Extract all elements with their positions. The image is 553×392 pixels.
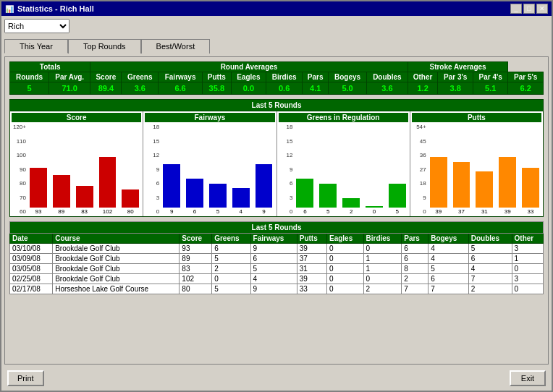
table-cell: 2 xyxy=(212,264,250,274)
score-chart-label: Score xyxy=(12,113,141,122)
bar xyxy=(499,157,516,208)
bar xyxy=(366,206,383,208)
bar-wrapper: 9 xyxy=(253,164,275,215)
bar xyxy=(53,175,70,208)
table-cell: 2 xyxy=(468,284,512,294)
greens-chart: Greens in Regulation 1815129630 65205 xyxy=(277,111,410,216)
bar xyxy=(453,162,470,208)
bar-label: 102 xyxy=(103,208,112,215)
val-par3: 3.8 xyxy=(438,82,473,95)
table-cell: 89 xyxy=(180,254,212,264)
last5-col-doubles: Doubles xyxy=(468,234,512,244)
bar-label: 0 xyxy=(373,208,376,215)
table-row: 02/17/08Horseshoe Lake Golf Course805933… xyxy=(10,284,544,294)
val-putts: 35.8 xyxy=(202,82,231,95)
val-par4: 5.1 xyxy=(473,82,507,95)
val-pars: 4.1 xyxy=(303,82,329,95)
bar-label: 93 xyxy=(35,208,41,215)
bar-label: 31 xyxy=(481,208,488,215)
tab-this-year[interactable]: This Year xyxy=(4,39,68,54)
bar-label: 5 xyxy=(396,208,399,215)
title-bar: 📊 Statistics - Rich Hall _ □ ✕ xyxy=(1,1,552,16)
table-cell: 9 xyxy=(250,244,297,254)
table-cell: 8 xyxy=(402,264,429,274)
val-fairways: 6.6 xyxy=(159,82,203,95)
table-cell: 6 xyxy=(250,254,297,264)
table-cell: 6 xyxy=(468,254,512,264)
score-y-axis: 120+11010090807060 xyxy=(12,124,28,215)
table-cell: Brookdale Golf Club xyxy=(53,274,180,284)
table-cell: 3 xyxy=(512,274,543,284)
window-title: Statistics - Rich Hall xyxy=(17,4,94,13)
minimize-button[interactable]: _ xyxy=(510,4,522,14)
col-doubles: Doubles xyxy=(367,72,408,82)
app-icon: 📊 xyxy=(5,5,14,13)
last5-col-greens: Greens xyxy=(212,234,250,244)
table-cell: 0 xyxy=(363,244,402,254)
bar xyxy=(30,168,47,208)
tab-best-worst[interactable]: Best/Worst xyxy=(141,39,211,54)
table-cell: 0 xyxy=(326,244,363,254)
putts-y-axis: 54+4536271890 xyxy=(412,124,428,215)
bar xyxy=(476,171,493,208)
table-row: 03/10/08Brookdale Golf Club936939006453 xyxy=(10,244,544,254)
putts-chart: Putts 54+4536271890 3937313933 xyxy=(410,111,543,216)
charts-title: Last 5 Rounds xyxy=(10,100,543,111)
table-cell: 0 xyxy=(326,254,363,264)
player-dropdown[interactable]: Rich xyxy=(4,19,69,33)
val-par-avg: 71.0 xyxy=(49,82,90,95)
table-cell: 0 xyxy=(363,274,402,284)
bar-wrapper: 6 xyxy=(184,179,206,215)
val-score: 89.4 xyxy=(90,82,122,95)
bar-wrapper: 6 xyxy=(295,179,316,215)
bar-wrapper: 33 xyxy=(520,168,541,215)
table-cell: 0 xyxy=(212,274,250,284)
putts-chart-label: Putts xyxy=(412,113,541,122)
table-cell: 6 xyxy=(212,244,250,254)
table-row: 03/09/08Brookdale Golf Club895637016461 xyxy=(10,254,544,264)
bar xyxy=(186,179,203,208)
table-cell: 5 xyxy=(429,264,469,274)
stats-overview-table: Totals Round Averages Stroke Averages Ro… xyxy=(9,61,544,95)
col-rounds: Rounds xyxy=(10,72,49,82)
tab-bar: This Year Top Rounds Best/Worst xyxy=(4,39,549,54)
last5-col-course: Course xyxy=(53,234,180,244)
table-cell: 0 xyxy=(326,284,363,294)
table-cell: 5 xyxy=(468,244,512,254)
table-cell: 5 xyxy=(212,284,250,294)
col-par3: Par 3's xyxy=(438,72,473,82)
charts-section: Last 5 Rounds Score 120+11010090807060 9… xyxy=(9,99,544,217)
bar-wrapper: 0 xyxy=(363,206,385,215)
table-cell: 2 xyxy=(363,284,402,294)
col-par5: Par 5's xyxy=(508,72,544,82)
close-button[interactable]: ✕ xyxy=(536,4,548,14)
greens-bars-area: 65205 xyxy=(295,124,408,215)
bar xyxy=(522,168,539,208)
bar-label: 6 xyxy=(303,208,306,215)
val-birdies: 0.6 xyxy=(266,82,303,95)
print-button[interactable]: Print xyxy=(7,370,44,386)
table-cell: 93 xyxy=(180,244,212,254)
table-cell: 03/09/08 xyxy=(10,254,53,264)
tab-content-this-year: Totals Round Averages Stroke Averages Ro… xyxy=(4,56,549,365)
last5-col-pars: Pars xyxy=(402,234,429,244)
col-par-avg: Par Avg. xyxy=(49,72,90,82)
col-birdies: Birdies xyxy=(266,72,303,82)
bar-label: 89 xyxy=(58,208,64,215)
maximize-button[interactable]: □ xyxy=(523,4,535,14)
last5-col-putts: Putts xyxy=(297,234,326,244)
exit-button[interactable]: Exit xyxy=(510,370,546,386)
table-cell: 1 xyxy=(363,264,402,274)
table-cell: 1 xyxy=(512,254,543,264)
last5-title: Last 5 Rounds xyxy=(10,222,544,234)
tab-top-rounds[interactable]: Top Rounds xyxy=(68,39,141,54)
bar-wrapper: 4 xyxy=(230,188,252,215)
greens-y-axis: 1815129630 xyxy=(279,124,295,215)
bar-label: 37 xyxy=(458,208,465,215)
table-cell: 5 xyxy=(212,254,250,264)
table-cell: 39 xyxy=(297,244,326,254)
table-cell: 33 xyxy=(297,284,326,294)
bar-wrapper: 9 xyxy=(161,164,182,215)
bar-wrapper: 39 xyxy=(497,157,518,215)
col-pars: Pars xyxy=(303,72,329,82)
